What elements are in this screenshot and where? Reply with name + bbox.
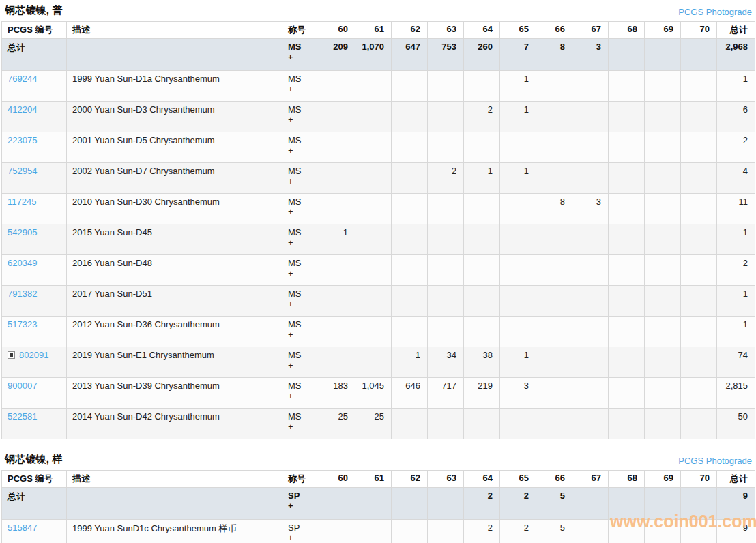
pcgs-number-link[interactable]: 522581 — [8, 411, 37, 422]
grade-cell-62 — [392, 71, 428, 102]
grade-cell-65: 2 — [500, 520, 536, 543]
grade-cell-60 — [319, 71, 355, 102]
grade-cell-67 — [572, 317, 609, 347]
grade-cell-60: 1 — [319, 224, 355, 255]
grade-cell-69 — [645, 347, 681, 378]
header-grade-62: 62 — [392, 22, 428, 39]
pcgs-number-link[interactable]: 412204 — [8, 104, 37, 115]
header-grade-70: 70 — [681, 471, 717, 488]
totals-total-cell: 9 — [717, 488, 755, 520]
grade-cell-69 — [645, 286, 681, 317]
grade-cell-70 — [681, 71, 717, 102]
grade-cell-61 — [355, 255, 392, 286]
designation-cell: MS + — [282, 378, 319, 409]
grade-cell-66 — [536, 409, 572, 439]
totals-grade-68 — [609, 39, 645, 71]
grade-cell-60 — [319, 286, 355, 317]
pcgs-number-link[interactable]: 791382 — [8, 289, 37, 299]
grade-cell-69 — [645, 224, 681, 255]
grade-cell-63 — [428, 132, 464, 163]
table-row: 7692441999 Yuan Sun-D1a ChrysanthemumMS … — [2, 71, 755, 102]
grade-cell-66: 5 — [536, 520, 572, 543]
grade-cell-62 — [392, 409, 428, 439]
grade-cell-62 — [392, 163, 428, 194]
section-title: 钢芯镀镍, 样 — [5, 453, 63, 466]
pcgs-number-link[interactable]: 517323 — [8, 319, 37, 329]
pcgs-number-link[interactable]: 620349 — [8, 258, 37, 268]
grade-cell-70 — [681, 317, 717, 347]
grade-cell-64 — [464, 409, 500, 439]
grade-cell-67 — [572, 255, 609, 286]
grade-cell-68 — [609, 520, 645, 543]
grade-cell-61 — [355, 286, 392, 317]
grade-cell-69 — [645, 71, 681, 102]
grade-cell-60 — [319, 520, 355, 543]
totals-grade-67 — [572, 488, 609, 520]
totals-grade-62 — [392, 488, 428, 520]
photograde-link[interactable]: PCGS Photograde — [678, 456, 752, 466]
grade-cell-68 — [609, 224, 645, 255]
grade-cell-61 — [355, 347, 392, 378]
pcgs-number-link[interactable]: 542905 — [8, 227, 37, 237]
expand-icon[interactable] — [8, 351, 15, 359]
grade-cell-68 — [609, 163, 645, 194]
totals-row: 总计SP +2259 — [2, 488, 755, 520]
section-title: 钢芯镀镍, 普 — [5, 4, 63, 17]
grade-cell-63 — [428, 224, 464, 255]
grade-cell-69 — [645, 409, 681, 439]
pcgs-number-cell: 517323 — [2, 317, 67, 347]
pcgs-number-link[interactable]: 769244 — [8, 74, 37, 84]
description-cell: 2017 Yuan Sun-D51 — [67, 286, 282, 317]
description-cell: 2001 Yuan Sun-D5 Chrysanthemum — [67, 132, 282, 163]
grade-cell-67 — [572, 409, 609, 439]
grade-cell-66 — [536, 102, 572, 132]
grade-cell-65 — [500, 132, 536, 163]
pcgs-number-link[interactable]: 223075 — [8, 135, 37, 145]
grade-cell-66 — [536, 286, 572, 317]
pcgs-number-link[interactable]: 752954 — [8, 166, 37, 176]
grade-cell-65 — [500, 255, 536, 286]
header-description: 描述 — [67, 22, 282, 39]
description-cell: 2019 Yuan Sun-E1 Chrysanthemum — [67, 347, 282, 378]
grade-cell-70 — [681, 286, 717, 317]
totals-grade-65: 7 — [500, 39, 536, 71]
total-cell: 50 — [717, 409, 755, 439]
grade-cell-66 — [536, 132, 572, 163]
designation-cell: MS + — [282, 194, 319, 224]
totals-label: 总计 — [2, 488, 67, 520]
header-grade-64: 64 — [464, 22, 500, 39]
table-row: 7913822017 Yuan Sun-D51MS +1 — [2, 286, 755, 317]
grade-cell-70 — [681, 132, 717, 163]
grade-cell-69 — [645, 378, 681, 409]
photograde-link[interactable]: PCGS Photograde — [678, 7, 752, 17]
pcgs-number-cell: 620349 — [2, 255, 67, 286]
grade-cell-61 — [355, 71, 392, 102]
pcgs-number-link[interactable]: 117245 — [8, 196, 36, 207]
grade-cell-61 — [355, 194, 392, 224]
table-row: 5225812014 Yuan Sun-D42 ChrysanthemumMS … — [2, 409, 755, 439]
header-grade-60: 60 — [319, 22, 355, 39]
grade-cell-65 — [500, 317, 536, 347]
population-table: PCGS 编号描述称号6061626364656667686970总计 总计MS… — [1, 21, 755, 439]
grade-cell-67: 3 — [572, 194, 609, 224]
grade-cell-63: 717 — [428, 378, 464, 409]
description-cell: 1999 Yuan SunD1c Chrysanthemum 样币 — [67, 520, 282, 543]
pcgs-number-cell: 900007 — [2, 378, 67, 409]
grade-cell-64 — [464, 286, 500, 317]
totals-row: 总计MS +2091,0706477532607832,968 — [2, 39, 755, 71]
grade-cell-66 — [536, 224, 572, 255]
grade-cell-67 — [572, 71, 609, 102]
grade-cell-62 — [392, 286, 428, 317]
grade-cell-67 — [572, 378, 609, 409]
pcgs-number-link[interactable]: 900007 — [8, 381, 37, 391]
header-designation: 称号 — [282, 22, 319, 39]
grade-cell-60 — [319, 163, 355, 194]
grade-cell-68 — [609, 132, 645, 163]
grade-cell-64: 1 — [464, 163, 500, 194]
pcgs-number-cell: 802091 — [2, 347, 67, 378]
pcgs-number-link[interactable]: 515847 — [8, 523, 37, 533]
totals-grade-66: 8 — [536, 39, 572, 71]
grade-cell-64 — [464, 132, 500, 163]
pcgs-number-link[interactable]: 802091 — [19, 350, 48, 360]
grade-cell-65: 1 — [500, 163, 536, 194]
